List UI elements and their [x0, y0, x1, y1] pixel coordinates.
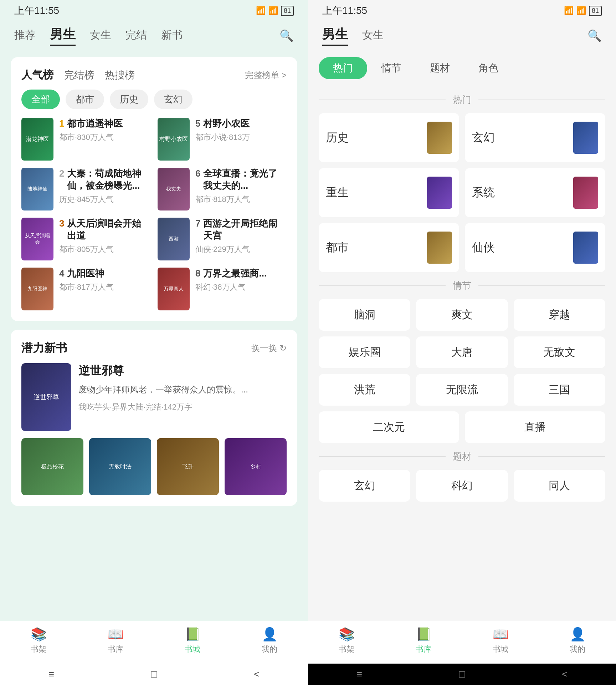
list-item[interactable]: 穿越 [514, 299, 605, 331]
right-back-gesture[interactable]: < [562, 669, 568, 680]
filter-history[interactable]: 历史 [110, 90, 148, 109]
table-row[interactable]: 万界商人 8 万界之最强商... 科幻·38万人气 [158, 268, 287, 310]
sub-tab-plot[interactable]: 情节 [367, 57, 416, 79]
filter-city[interactable]: 都市 [66, 90, 104, 109]
list-item[interactable]: 重生 [319, 168, 459, 217]
list-item[interactable]: 同人 [514, 470, 605, 502]
sub-tab-hot[interactable]: 热门 [319, 57, 367, 79]
ranking-card: 人气榜 完结榜 热搜榜 完整榜单 > 全部 都市 历史 玄幻 潜龙神医 [11, 57, 297, 321]
list-item[interactable]: 极品校花 [21, 438, 83, 495]
list-item[interactable]: 直播 [465, 411, 605, 443]
jieji-divider: 情节 [319, 279, 605, 292]
book-cover-7: 西游 [158, 218, 190, 260]
list-item[interactable]: 历史 [319, 113, 459, 162]
nav-new[interactable]: 新书 [161, 28, 183, 44]
list-item[interactable]: 脑洞 [319, 299, 410, 331]
right-home-gesture[interactable]: □ [459, 669, 465, 680]
nav-male[interactable]: 男生 [50, 26, 76, 46]
list-item[interactable]: 洪荒 [319, 374, 410, 406]
right-bottom-mine[interactable]: 👤 我的 [570, 627, 586, 655]
jieji-tags-row-2: 娱乐圈 大唐 无敌文 [319, 336, 605, 368]
right-gesture-bar: ≡ □ < [308, 664, 616, 685]
ranking-tab-popular[interactable]: 人气榜 [21, 68, 53, 82]
list-item[interactable]: 大唐 [416, 336, 508, 368]
potential-featured-cover[interactable]: 逆世邪尊 [21, 363, 71, 431]
table-row[interactable]: 九阳医神 4 九阳医神 都市·817万人气 [21, 268, 150, 310]
right-nav-female[interactable]: 女生 [362, 28, 384, 44]
jieji-tags-row-1: 脑洞 爽文 穿越 [319, 299, 605, 331]
list-item[interactable]: 爽文 [416, 299, 508, 331]
list-item[interactable]: 飞升 [157, 438, 219, 495]
cat-label-city: 都市 [326, 240, 349, 255]
bottom-nav-mine[interactable]: 👤 我的 [262, 627, 278, 655]
menu-gesture[interactable]: ≡ [48, 669, 54, 680]
potential-card: 潜力新书 换一换 ↻ 逆世邪尊 逆世邪尊 废物少年拜师风老，一举获得众人的震惊。… [11, 330, 297, 506]
list-item[interactable]: 乡村 [225, 438, 287, 495]
rank-number-6: 6 [195, 168, 200, 179]
nav-female[interactable]: 女生 [90, 28, 111, 44]
rank-number-2: 2 [59, 168, 64, 179]
tag-chuanyue: 穿越 [549, 309, 570, 320]
jieji-tags-row-4: 二次元 直播 [319, 411, 605, 443]
list-item[interactable]: 无限流 [416, 374, 508, 406]
table-row[interactable]: 我丈夫 6 全球直播：竟光了我丈夫的... 都市·818万人气 [158, 168, 287, 210]
tag-wudiwen: 无敌文 [543, 346, 575, 358]
book-title-1: 都市逍遥神医 [67, 118, 123, 130]
book-cover-1: 潜龙神医 [21, 118, 53, 161]
bottom-nav-library[interactable]: 📖 书库 [108, 627, 124, 655]
right-bottom-library[interactable]: 📗 书库 [416, 627, 432, 655]
hot-categories-grid: 历史 玄幻 [319, 113, 605, 162]
filter-fantasy[interactable]: 玄幻 [154, 90, 192, 109]
list-item[interactable]: 玄幻 [319, 470, 410, 502]
sub-tab-theme[interactable]: 题材 [416, 57, 464, 79]
tag-wuxianliu: 无限流 [446, 384, 478, 395]
nav-recommend[interactable]: 推荐 [14, 28, 36, 44]
table-row[interactable]: 村野小农医 5 村野小农医 都市小说·813万 [158, 118, 287, 161]
list-item[interactable]: 三国 [514, 374, 605, 406]
cat-thumb-system [573, 177, 598, 209]
right-panel: 上午11:55 📶 📶 81 男生 女生 🔍 热门 情节 题材 角色 热门 [308, 0, 616, 685]
book-title-3: 从天后演唱会开始出道 [67, 218, 150, 242]
table-row[interactable]: 西游 7 西游之开局拒绝闹天宫 仙侠·229万人气 [158, 218, 287, 260]
list-item[interactable]: 无敌文 [514, 336, 605, 368]
tag-tongren: 同人 [549, 480, 570, 491]
right-menu-gesture[interactable]: ≡ [356, 669, 362, 680]
left-status-bar: 上午11:55 📶 📶 81 [0, 0, 308, 21]
list-item[interactable]: 娱乐圈 [319, 336, 410, 368]
right-bottom-store[interactable]: 📖 书城 [493, 627, 509, 655]
nav-complete[interactable]: 完结 [125, 28, 147, 44]
right-search-button[interactable]: 🔍 [587, 29, 602, 42]
divider-line-right [478, 100, 605, 100]
hot-divider: 热门 [319, 93, 605, 106]
list-item[interactable]: 系统 [465, 168, 605, 217]
ranking-tab-hot[interactable]: 热搜榜 [105, 68, 135, 82]
ranking-tab-complete[interactable]: 完结榜 [64, 68, 94, 82]
list-item[interactable]: 都市 [319, 223, 459, 272]
bottom-nav-shelf[interactable]: 📚 书架 [31, 627, 47, 655]
list-item[interactable]: 玄幻 [465, 113, 605, 162]
book-cover-4: 九阳医神 [21, 268, 53, 310]
ranking-more-link[interactable]: 完整榜单 > [245, 70, 287, 81]
table-row[interactable]: 从天后演唱会 3 从天后演唱会开始出道 都市·805万人气 [21, 218, 150, 260]
library-label: 书库 [108, 644, 123, 655]
right-nav-male[interactable]: 男生 [322, 26, 348, 46]
filter-all[interactable]: 全部 [21, 90, 60, 109]
back-gesture[interactable]: < [254, 669, 260, 680]
sub-tab-role[interactable]: 角色 [464, 57, 513, 79]
table-row[interactable]: 潜龙神医 1 都市逍遥神医 都市·830万人气 [21, 118, 150, 161]
shelf-label: 书架 [31, 644, 46, 655]
bottom-nav-store[interactable]: 📗 书城 [185, 627, 201, 655]
list-item[interactable]: 无教时法 [89, 438, 151, 495]
list-item[interactable]: 科幻 [416, 470, 508, 502]
right-bottom-shelf[interactable]: 📚 书架 [339, 627, 355, 655]
book-cover-6: 我丈夫 [158, 168, 190, 210]
table-row[interactable]: 陆地神仙 2 大秦：苟成陆地神仙，被金榜曝光... 历史·845万人气 [21, 168, 150, 210]
left-search-button[interactable]: 🔍 [279, 29, 294, 42]
right-signal-icon: 📶 [564, 6, 574, 15]
list-item[interactable]: 二次元 [319, 411, 459, 443]
potential-action[interactable]: 换一换 ↻ [251, 342, 287, 354]
list-item[interactable]: 仙侠 [465, 223, 605, 272]
home-gesture[interactable]: □ [151, 669, 157, 680]
right-store-label: 书城 [493, 644, 508, 655]
rank-number-1: 1 [59, 118, 64, 129]
